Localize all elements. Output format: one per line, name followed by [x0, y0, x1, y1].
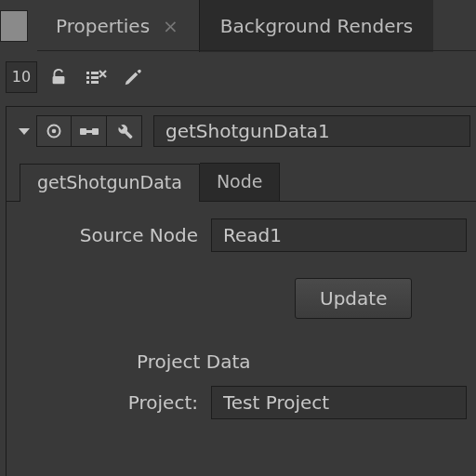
max-panels-field[interactable]: 10 — [6, 61, 37, 93]
input-project[interactable] — [211, 386, 467, 419]
svg-rect-5 — [91, 76, 99, 79]
center-node-icon[interactable] — [36, 115, 72, 147]
svg-rect-1 — [86, 72, 89, 74]
svg-rect-10 — [92, 128, 99, 135]
svg-rect-9 — [80, 128, 86, 135]
delete-all-icon[interactable] — [80, 61, 112, 93]
tab-bg-renders-label: Background Renders — [220, 15, 413, 37]
knob-form: Source Node Update Project Data Project: — [7, 202, 476, 419]
lock-icon[interactable] — [43, 61, 74, 93]
knob-tab-node[interactable]: Node — [200, 163, 281, 201]
tab-properties-label: Properties — [56, 15, 150, 37]
max-panels-value: 10 — [12, 68, 31, 86]
svg-rect-3 — [86, 81, 89, 84]
knob-tab-main-label: getShotgunData — [37, 172, 182, 192]
knob-tab-strip: getShotgunData Node — [7, 163, 476, 202]
row-source-node: Source Node — [16, 218, 467, 252]
knob-tab-main[interactable]: getShotgunData — [20, 164, 200, 202]
disclosure-triangle-icon[interactable] — [12, 128, 36, 135]
svg-rect-11 — [86, 130, 92, 133]
input-source-node[interactable] — [211, 218, 467, 252]
knob-tab-node-label: Node — [217, 171, 263, 192]
svg-rect-4 — [91, 72, 99, 74]
svg-rect-0 — [53, 76, 65, 84]
row-project-data-heading: Project Data — [16, 350, 467, 373]
svg-point-8 — [52, 129, 57, 134]
update-button[interactable]: Update — [295, 278, 412, 319]
tab-background-renders[interactable]: Background Renders — [199, 0, 433, 52]
tab-properties[interactable]: Properties × — [35, 0, 199, 52]
pane-tab-strip: Properties × Background Renders — [0, 0, 476, 52]
svg-rect-6 — [91, 81, 99, 84]
node-name-input[interactable] — [153, 115, 470, 147]
row-update: Update — [16, 278, 467, 319]
label-source-node: Source Node — [16, 224, 211, 246]
svg-rect-2 — [86, 76, 89, 79]
row-project: Project: — [16, 386, 467, 419]
node-properties-panel: getShotgunData Node Source Node Update P… — [6, 106, 476, 476]
label-project: Project: — [16, 391, 211, 414]
pencil-icon[interactable] — [117, 61, 149, 93]
wrench-icon[interactable] — [107, 115, 142, 147]
node-overlay-icon[interactable] — [72, 115, 107, 147]
close-icon[interactable]: × — [163, 17, 178, 35]
tab-strip-underline — [37, 50, 476, 51]
panel-header — [7, 107, 476, 150]
heading-project-data: Project Data — [137, 350, 251, 373]
properties-toolbar: 10 — [0, 52, 476, 99]
pane-color-swatch[interactable] — [0, 10, 28, 42]
